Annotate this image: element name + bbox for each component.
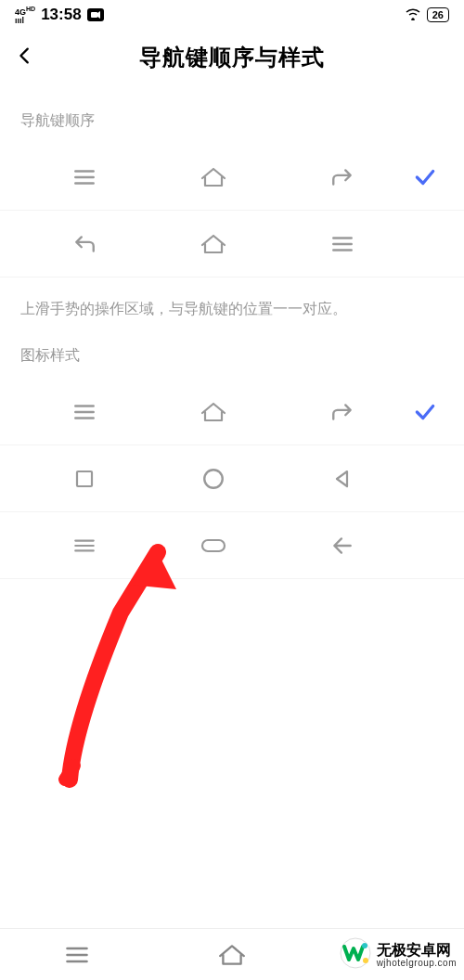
home-icon (149, 232, 278, 256)
svg-rect-0 (91, 12, 97, 18)
icon-style-option-3[interactable] (0, 512, 464, 579)
back-icon (277, 400, 406, 424)
svg-point-8 (363, 958, 368, 963)
battery-indicator: 26 (427, 7, 449, 22)
nav-home-button[interactable] (155, 942, 310, 968)
arrow-left-icon (277, 534, 406, 558)
svg-marker-1 (97, 11, 100, 19)
page-header: 导航键顺序与样式 (0, 30, 464, 85)
menu-icon (20, 165, 149, 189)
watermark-logo (340, 937, 371, 973)
section-label-style: 图标样式 (0, 320, 464, 379)
page-title: 导航键顺序与样式 (139, 43, 325, 72)
home-icon (149, 400, 278, 424)
check-icon (406, 165, 444, 189)
back-icon (20, 232, 149, 256)
circle-icon (149, 467, 278, 491)
icon-style-option-1[interactable] (0, 379, 464, 445)
watermark: 无极安卓网 wjhotelgroup.com (340, 937, 457, 973)
menu-lines-icon (20, 534, 149, 558)
status-time: 13:58 (41, 6, 81, 24)
wifi-icon (405, 7, 421, 23)
triangle-back-icon (277, 468, 406, 490)
section-label-order: 导航键顺序 (0, 85, 464, 144)
svg-point-7 (362, 943, 367, 948)
nav-menu-button[interactable] (0, 942, 155, 968)
network-indicator: 4GHD ıııl (15, 6, 35, 25)
status-bar: 4GHD ıııl 13:58 26 (0, 0, 464, 30)
helper-text: 上滑手势的操作区域，与导航键的位置一一对应。 (0, 277, 464, 320)
svg-rect-2 (77, 471, 92, 486)
back-button[interactable] (15, 45, 35, 70)
icon-style-option-2[interactable] (0, 445, 464, 512)
home-icon (149, 165, 278, 189)
back-icon (277, 165, 406, 189)
menu-icon (20, 400, 149, 424)
nav-order-option-2[interactable] (0, 211, 464, 277)
menu-icon (277, 232, 406, 256)
svg-rect-4 (202, 540, 225, 551)
camera-icon (87, 8, 104, 21)
pill-icon (149, 536, 278, 555)
watermark-url: wjhotelgroup.com (377, 958, 457, 968)
svg-point-3 (204, 470, 223, 488)
square-icon (20, 468, 149, 490)
watermark-title: 无极安卓网 (377, 942, 457, 959)
check-icon (406, 400, 444, 424)
nav-order-option-1[interactable] (0, 144, 464, 211)
